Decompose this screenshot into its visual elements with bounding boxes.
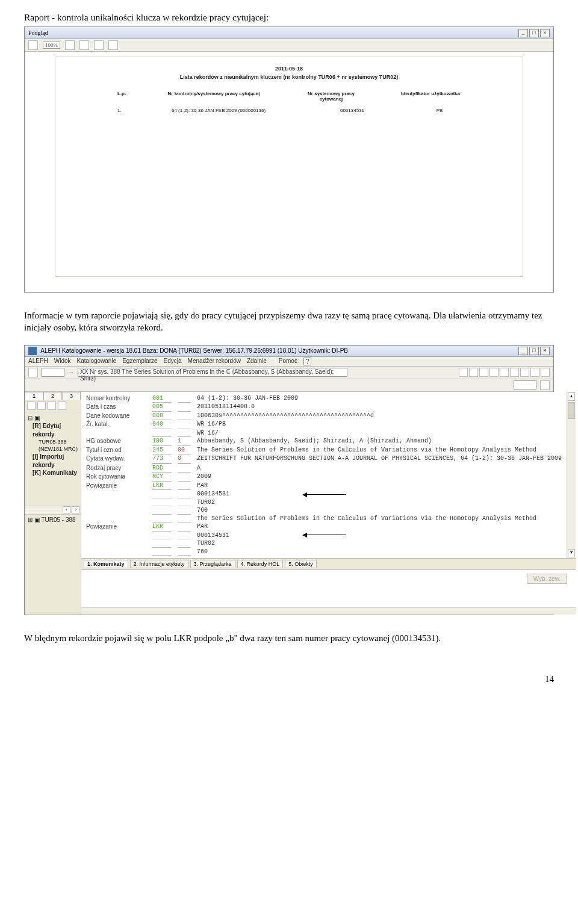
tab-rekordy-hol[interactable]: 4. Rekordy HOL	[237, 560, 284, 568]
report-preview-screenshot: Podgląd _ □ × 100% 2011-05-18 Lista reko…	[24, 26, 554, 293]
record-row[interactable]: Tytuł i ozn.od24500The Series Solution o…	[86, 446, 562, 455]
tree-icon-2[interactable]	[37, 402, 46, 410]
record-row[interactable]: The Series Solution of Problems in the C…	[86, 515, 562, 523]
close-icon[interactable]: ×	[540, 347, 550, 355]
toolbar-exit-icon[interactable]	[108, 40, 118, 50]
aleph-menubar[interactable]: ALEPH Widok Katalogowanie Egzemplarze Ed…	[25, 357, 553, 367]
scroll-thumb[interactable]	[568, 402, 575, 419]
window-controls: _ □ ×	[518, 29, 550, 37]
tree-icon-4[interactable]	[58, 402, 66, 410]
record-row[interactable]: TUR02	[86, 539, 562, 548]
menu-katalogowanie[interactable]: Katalogowanie	[77, 358, 117, 365]
menu-widok[interactable]: Widok	[54, 358, 71, 365]
row-c1: 64 (1-2): 30-36 JAN-FEB 2009 (000000136)	[172, 108, 286, 113]
scroll-right-icon[interactable]: ›	[72, 506, 79, 513]
bottom-tabs[interactable]: 1. Komunikaty 2. Informacje etykiety 3. …	[81, 558, 576, 569]
vertical-scrollbar[interactable]: ▴ ▾	[567, 392, 576, 559]
menu-egzemplarze[interactable]: Egzemplarze	[122, 358, 157, 365]
col-kontrolny: Nr kontrolny/systemowy pracy cytującej	[166, 91, 262, 102]
toolbar-nav-icon[interactable]	[28, 368, 38, 377]
tb-icon-1[interactable]	[459, 368, 468, 377]
tab-przegladarka[interactable]: 3. Przeglądarka	[190, 560, 235, 568]
record-title-input[interactable]: XX Nr sys. 388 The Series Solution of Pr…	[78, 368, 347, 377]
maximize-icon[interactable]: □	[529, 347, 539, 355]
tb-icon-4[interactable]	[489, 368, 499, 377]
tb-icon-7[interactable]	[520, 368, 529, 377]
tree-tabs[interactable]: 1 2 3	[25, 392, 81, 400]
tree-item-import[interactable]: [I] Importuj rekordy	[28, 453, 78, 469]
tb-icon-5[interactable]	[500, 368, 509, 377]
toolbar-save-icon[interactable]	[79, 40, 89, 50]
record-row[interactable]: Cytata wydaw.7730ZEITSCHRIFT FUR NATURFO…	[86, 454, 562, 464]
tree-list[interactable]: ⊟ ▣ [R] Edytuj rekordy TUR05-388 (NEW181…	[25, 412, 81, 506]
toolbar-home-icon[interactable]	[28, 40, 38, 50]
record-row[interactable]: Źr. katal.040WR 16/PB	[86, 420, 562, 429]
wyb-zew-button[interactable]: Wyb. zew.	[527, 574, 567, 584]
menu-aleph[interactable]: ALEPH	[28, 358, 48, 365]
scroll-down-icon[interactable]: ▾	[568, 549, 575, 557]
record-row[interactable]: Data i czas00520110518114408.0	[86, 403, 562, 412]
tree-item-edytuj[interactable]: [R] Edytuj rekordy	[28, 422, 78, 438]
tree-tab-3[interactable]: 3	[62, 392, 81, 400]
help-icon[interactable]: ?	[303, 358, 312, 365]
explanation-para-1: Informacje w tym raporcie pojawiają się,…	[24, 309, 554, 334]
menu-edycja[interactable]: Edycja	[164, 358, 182, 365]
menu-menadzer[interactable]: Menadżer rekordów	[188, 358, 241, 365]
record-row[interactable]: HG osobowe1001Abbasbandy, S (Abbasbandy,…	[86, 437, 562, 446]
tree-footer-item[interactable]: ⊞ ▣ TUR05 - 388	[25, 514, 81, 525]
record-row[interactable]: Rodzaj pracyRODA	[86, 464, 562, 473]
tree-tab-2[interactable]: 2	[43, 392, 62, 400]
tree-tab-1[interactable]: 1	[25, 392, 43, 400]
tab-obiekty[interactable]: 5. Obiekty	[285, 560, 317, 568]
scroll-left-icon[interactable]: ‹	[63, 506, 70, 513]
record-row[interactable]: WR 16/	[86, 429, 562, 438]
record-row[interactable]: PowiązanieLKRPAR	[86, 482, 562, 491]
record-row[interactable]: 000134531	[86, 532, 562, 540]
arrow-icon: →	[68, 369, 74, 376]
tb-icon-6[interactable]	[510, 368, 519, 377]
toolbar-ruler-icon[interactable]	[94, 40, 104, 50]
page-number: 14	[24, 674, 554, 684]
record-row[interactable]: TUR02	[86, 498, 562, 507]
record-area: Numer kontrolny00164 (1-2): 30-36 JAN-FE…	[81, 392, 567, 559]
tree-hscroll[interactable]: ‹ ›	[25, 506, 81, 514]
aleph-titlebar: ALEPH Katalogowanie - wersja 18.01 Baza:…	[25, 346, 553, 357]
record-row[interactable]: 760	[86, 548, 562, 556]
record-row[interactable]: 760	[86, 506, 562, 515]
tab-komunikaty[interactable]: 1. Komunikaty	[84, 560, 128, 568]
record-row[interactable]: Rok cytowaniaRCY2009	[86, 473, 562, 482]
record-id-input[interactable]	[42, 368, 64, 377]
zoom-select[interactable]: 100%	[43, 42, 60, 49]
tb-icon-2[interactable]	[469, 368, 478, 377]
tb-icon-8[interactable]	[530, 368, 539, 377]
explanation-para-2: W błędnym rekordzie pojawił się w polu L…	[24, 632, 554, 644]
toolbar-print-icon[interactable]	[65, 40, 75, 50]
report-page: 2011-05-18 Lista rekordów z nieunikalnym…	[55, 57, 523, 277]
tree-item-komunikaty[interactable]: [K] Komunikaty	[28, 469, 78, 477]
row-c3: PB	[418, 108, 461, 113]
secondary-input[interactable]	[514, 380, 536, 389]
report-headers: L.p. Nr kontrolny/systemowy pracy cytują…	[55, 91, 523, 102]
scroll-up-icon[interactable]: ▴	[568, 392, 575, 401]
tree-panel: 1 2 3 ⊟ ▣ [R] Edytuj rekordy TUR05-388 (…	[25, 392, 81, 615]
preview-toolbar: 100%	[25, 39, 553, 52]
menu-pomoc[interactable]: Pomoc	[279, 358, 297, 365]
close-icon[interactable]: ×	[540, 29, 550, 37]
tree-item-tur05388[interactable]: TUR05-388 (NEW181.MRC)	[28, 438, 78, 453]
tree-expand-icon[interactable]: ⊟ ▣	[28, 414, 78, 423]
record-row[interactable]: Numer kontrolny00164 (1-2): 30-36 JAN-FE…	[86, 394, 562, 403]
bottom-scrollbar[interactable]	[81, 607, 576, 615]
minimize-icon[interactable]: _	[518, 347, 528, 355]
tab-informacje[interactable]: 2. Informacje etykiety	[130, 560, 188, 568]
tree-icon-1[interactable]	[27, 402, 36, 410]
tb-icon-9[interactable]	[541, 368, 550, 377]
record-table: Numer kontrolny00164 (1-2): 30-36 JAN-FE…	[81, 392, 567, 559]
record-row[interactable]: Dane kodowane008100630s^^^^^^^^^^^^^^^^^…	[86, 412, 562, 421]
tree-icon-3[interactable]	[48, 402, 56, 410]
tb-icon-3[interactable]	[479, 368, 488, 377]
minimize-icon[interactable]: _	[518, 29, 528, 37]
maximize-icon[interactable]: □	[529, 29, 539, 37]
record-row[interactable]: PowiązanieLKRPAR	[86, 522, 562, 532]
menu-zdalnie[interactable]: Zdalnie	[247, 358, 267, 365]
secondary-icon[interactable]	[540, 380, 550, 390]
